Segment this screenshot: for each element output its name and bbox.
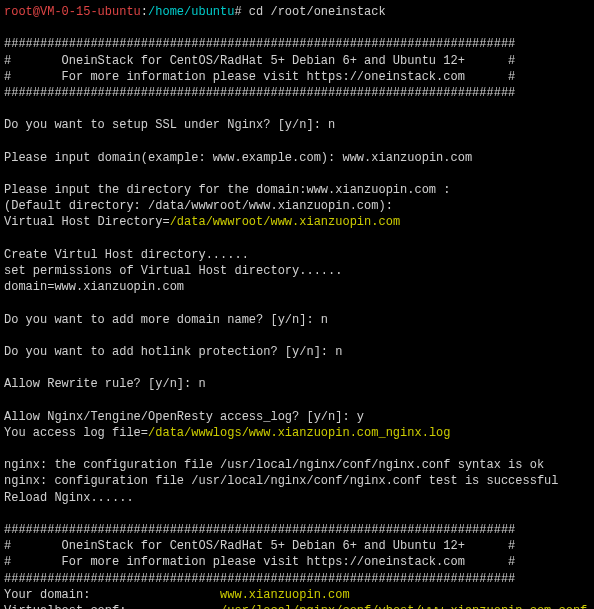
q-ssl: Do you want to setup SSL under Nginx? [y… [4,118,328,132]
banner-line-1: # OneinStack for CentOS/RadHat 5+ Debian… [4,54,515,68]
accesslog-value: /data/wwwlogs/www.xianzuopin.com_nginx.l… [148,426,450,440]
cmd-cd: cd /root/oneinstack [249,5,386,19]
banner-hr-top: ########################################… [4,37,515,51]
create-line-2: set permissions of Virtual Host director… [4,264,342,278]
summary-domain-value: www.xianzuopin.com [220,588,350,602]
vhost-dir-label: Virtual Host Directory= [4,215,170,229]
prompt-path: /home/ubuntu [148,5,234,19]
prompt-separator: : [141,5,148,19]
terminal-output[interactable]: root@VM-0-15-ubuntu:/home/ubuntu# cd /ro… [4,4,590,609]
create-line-1: Create Virtul Host directory...... [4,248,249,262]
prompt-hash: # [234,5,248,19]
banner2-line-2: # For more information please visit http… [4,555,515,569]
a-ssl: n [328,118,335,132]
q-rewrite: Allow Rewrite rule? [y/n]: [4,377,198,391]
a-domain: www.xianzuopin.com [342,151,472,165]
a-accesslog: y [357,410,364,424]
nginx-line-2: nginx: configuration file /usr/local/ngi… [4,474,559,488]
summary-domain-label: Your domain: [4,588,220,602]
q-more-domain: Do you want to add more domain name? [y/… [4,313,321,327]
banner-hr-bottom: ########################################… [4,86,515,100]
dir-prompt-2: (Default directory: /data/wwwroot/www.xi… [4,199,393,213]
a-rewrite: n [198,377,205,391]
dir-prompt-1: Please input the directory for the domai… [4,183,450,197]
q-hotlink: Do you want to add hotlink protection? [… [4,345,335,359]
accesslog-label: You access log file= [4,426,148,440]
prompt-user-host: root@VM-0-15-ubuntu [4,5,141,19]
q-accesslog: Allow Nginx/Tengine/OpenResty access_log… [4,410,357,424]
create-line-3: domain=www.xianzuopin.com [4,280,184,294]
banner2-hr-top: ########################################… [4,523,515,537]
a-hotlink: n [335,345,342,359]
banner-line-2: # For more information please visit http… [4,70,515,84]
a-more-domain: n [321,313,328,327]
nginx-line-3: Reload Nginx...... [4,491,134,505]
banner2-line-1: # OneinStack for CentOS/RadHat 5+ Debian… [4,539,515,553]
summary-vhost-value: /usr/local/nginx/conf/vhost/www.xianzuop… [220,604,587,609]
summary-vhost-label: Virtualhost conf: [4,604,220,609]
nginx-line-1: nginx: the configuration file /usr/local… [4,458,544,472]
q-domain: Please input domain(example: www.example… [4,151,342,165]
vhost-dir-value: /data/wwwroot/www.xianzuopin.com [170,215,400,229]
summary-hr: ########################################… [4,572,515,586]
